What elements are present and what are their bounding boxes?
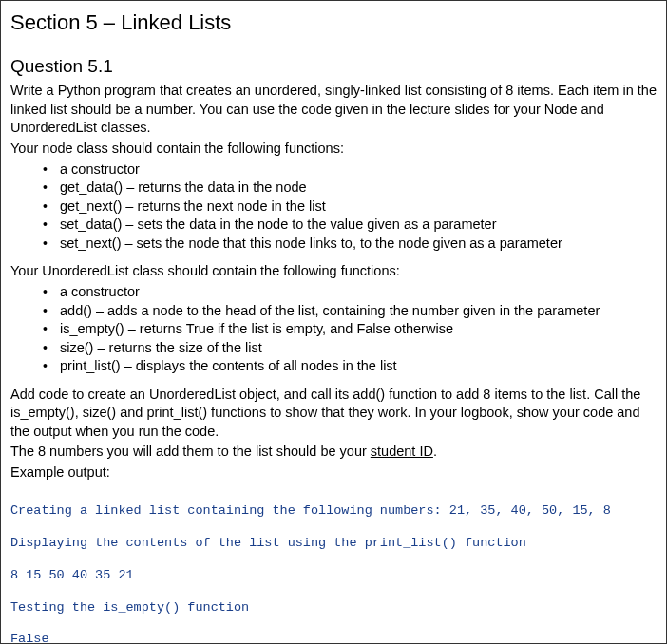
list-item: size() – returns the size of the list (43, 339, 657, 358)
student-id-pre: The 8 numbers you will add them to the l… (10, 444, 371, 459)
output-line: 8 15 50 40 35 21 (10, 568, 657, 584)
section-title: Section 5 – Linked Lists (10, 9, 657, 37)
list-item: set_next() – sets the node that this nod… (43, 235, 657, 254)
output-line: Creating a linked list containing the fo… (10, 503, 657, 520)
output-line: False (10, 632, 657, 644)
node-functions-list: a constructor get_data() – returns the d… (10, 161, 657, 254)
output-line: Testing the is_empty() function (10, 600, 657, 616)
output-line: Displaying the contents of the list usin… (10, 536, 657, 552)
node-class-intro: Your node class should contain the follo… (10, 140, 657, 159)
question-title: Question 5.1 (10, 54, 657, 79)
list-item: is_empty() – returns True if the list is… (43, 320, 657, 339)
list-item: a constructor (43, 283, 657, 302)
list-item: a constructor (43, 161, 657, 180)
list-item: get_next() – returns the next node in th… (43, 198, 657, 217)
example-output-label: Example output: (10, 464, 657, 483)
unorderedlist-functions-list: a constructor add() – adds a node to the… (10, 283, 657, 376)
student-id-note: The 8 numbers you will add them to the l… (10, 443, 657, 462)
list-item: set_data() – sets the data in the node t… (43, 216, 657, 235)
list-item: get_data() – returns the data in the nod… (43, 179, 657, 198)
student-id-post: . (433, 444, 437, 459)
instructions-paragraph: Add code to create an UnorderedList obje… (10, 386, 657, 442)
list-item: add() – adds a node to the head of the l… (43, 302, 657, 321)
example-output-block: Creating a linked list containing the fo… (10, 488, 657, 644)
list-item: print_list() – displays the contents of … (43, 357, 657, 376)
unorderedlist-intro: Your UnorderedList class should contain … (10, 262, 657, 281)
student-id-link: student ID (371, 444, 433, 459)
intro-paragraph: Write a Python program that creates an u… (10, 82, 657, 138)
